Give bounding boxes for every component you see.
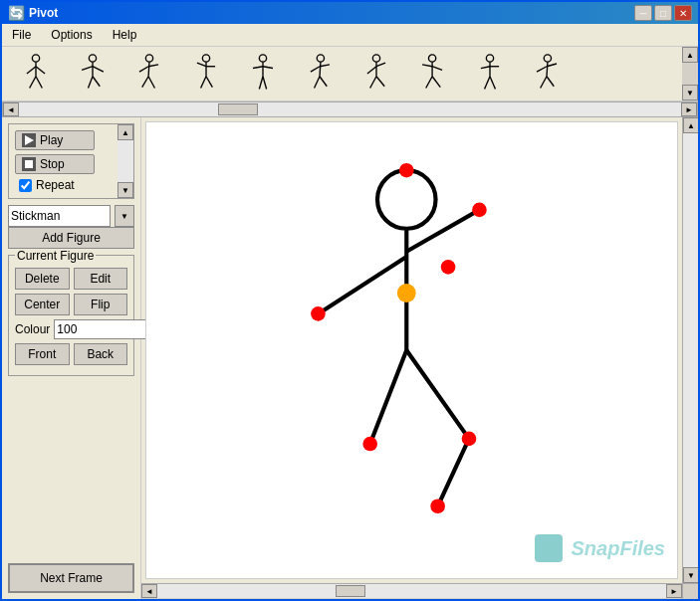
stop-label: Stop [40,157,65,171]
flip-button[interactable]: Flip [74,294,128,315]
playback-inner: Play Stop Repeat [15,130,127,192]
bscroll-track[interactable] [157,584,666,598]
stickman-icon-5 [243,54,283,94]
add-figure-button[interactable]: Add Figure [8,227,134,249]
play-button[interactable]: Play [15,130,95,150]
svg-line-32 [310,67,319,72]
toolbar-stickman-4[interactable] [178,52,233,97]
stickman-icon-2 [73,54,113,94]
svg-point-68 [311,306,326,321]
vscroll-track[interactable] [683,133,698,567]
toolbar-hscroll-thumb[interactable] [218,103,258,115]
svg-line-63 [406,210,479,252]
canvas-area[interactable]: SnapFiles [145,121,678,579]
stop-square [25,160,33,168]
stickman-icon-1 [16,54,56,94]
toolbar-hscroll-track[interactable] [19,102,681,116]
toolbar-scroll-up[interactable]: ▲ [682,47,698,63]
right-scrollbar: ▲ ▼ [682,117,698,583]
svg-line-28 [259,77,263,90]
toolbar-stickman-8[interactable] [405,52,460,97]
svg-line-62 [318,257,406,313]
stickman-canvas [146,122,677,578]
next-frame-button[interactable]: Next Frame [8,563,134,593]
dropdown-arrow[interactable]: ▼ [115,205,134,227]
figure-dropdown[interactable]: Stickman [8,205,111,227]
add-figure-label: Add Figure [42,231,101,245]
play-triangle [25,135,34,145]
bscroll-left[interactable]: ◄ [141,584,157,598]
toolbar-scroll-down[interactable]: ▼ [682,85,698,100]
watermark: SnapFiles [535,534,665,562]
repeat-checkbox[interactable] [19,179,32,192]
center-flip-row: Center Flip [15,294,127,315]
svg-line-5 [36,77,42,89]
toolbar-stickman-1[interactable] [8,52,63,97]
svg-line-10 [88,77,93,89]
menu-bar: File Options Help [2,24,698,47]
svg-point-54 [544,55,551,62]
toolbar-stickman-7[interactable] [349,52,403,97]
svg-line-26 [253,67,263,69]
vscroll-up[interactable]: ▲ [683,117,698,133]
back-button[interactable]: Back [74,343,128,365]
bscroll-thumb[interactable] [336,585,365,597]
minimize-button[interactable]: ─ [634,5,652,21]
vscroll-down[interactable]: ▼ [683,567,698,583]
toolbar-stickman-6[interactable] [292,52,347,97]
stickman-icon-10 [527,54,567,94]
front-button[interactable]: Front [15,343,70,365]
current-figure-label: Current Figure [15,249,96,263]
svg-point-0 [32,55,39,62]
svg-line-16 [141,77,147,88]
spacer [8,382,134,557]
toolbar-stickman-9[interactable] [462,52,517,97]
stop-button[interactable]: Stop [15,154,95,174]
menu-file[interactable]: File [6,26,37,44]
bscroll-right[interactable]: ► [666,584,682,598]
svg-line-14 [139,67,148,72]
svg-point-6 [89,55,96,62]
svg-point-72 [462,432,477,447]
toolbar-stickman-3[interactable] [121,52,176,97]
ps-up[interactable]: ▲ [117,124,133,140]
toolbar-hscroll-left[interactable]: ◄ [3,102,19,116]
repeat-row: Repeat [15,178,127,192]
left-panel: Play Stop Repeat ▲ [2,117,141,599]
edit-button[interactable]: Edit [74,268,128,290]
watermark-text: SnapFiles [572,537,665,559]
toolbar-scrollbar: ▲ ▼ [682,47,698,100]
svg-line-66 [438,439,469,506]
svg-line-38 [366,67,375,74]
menu-help[interactable]: Help [107,26,143,44]
toolbar-stickman-5[interactable] [235,52,290,97]
svg-point-69 [472,203,487,218]
canvas-wrapper: SnapFiles ▲ ▼ ◄ ► [141,117,698,599]
svg-line-39 [376,63,385,67]
svg-line-17 [148,77,154,89]
svg-line-65 [406,350,469,439]
toolbar-stickman-2[interactable] [65,52,119,97]
ps-down[interactable]: ▼ [117,182,133,198]
stickman-icon-7 [356,54,396,94]
svg-line-11 [93,77,100,87]
svg-point-42 [428,55,435,62]
stickman-icon-8 [413,54,453,94]
toolbar-stickman-10[interactable] [519,52,574,97]
toolbar-hscroll-right[interactable]: ► [681,102,697,116]
delete-button[interactable]: Delete [15,268,70,290]
main-area: Play Stop Repeat ▲ [2,117,698,599]
close-button[interactable]: ✕ [674,5,692,21]
stop-icon [22,157,36,171]
menu-options[interactable]: Options [45,26,98,44]
svg-line-50 [480,67,489,69]
svg-line-29 [263,77,267,90]
window-title: Pivot [29,6,58,20]
center-button[interactable]: Center [15,294,70,315]
maximize-button[interactable]: □ [654,5,672,21]
svg-line-34 [314,77,319,89]
svg-line-3 [36,67,45,74]
svg-line-53 [490,77,495,90]
svg-line-15 [148,65,158,67]
svg-line-23 [206,77,212,88]
